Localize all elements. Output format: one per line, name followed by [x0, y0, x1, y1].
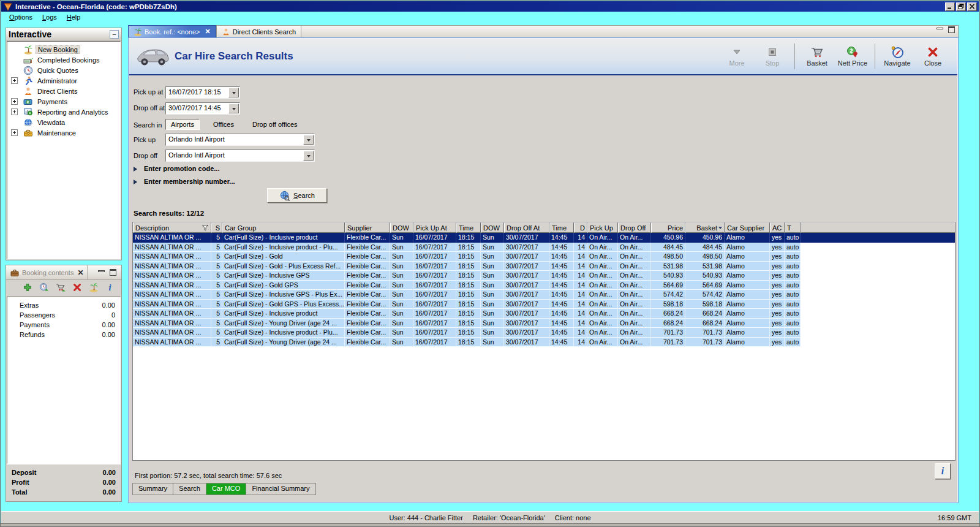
result-row[interactable]: NISSAN ALTIMA OR ...5Car(Full Size) - Go… [133, 300, 955, 309]
expand-icon[interactable] [11, 108, 18, 115]
navigate-button[interactable]: Navigate [881, 46, 913, 67]
funnel-icon[interactable] [202, 224, 209, 232]
sidebar-item-administrator[interactable]: Administrator [7, 75, 120, 86]
result-row[interactable]: NISSAN ALTIMA OR ...5Car(Full Size) - In… [133, 271, 955, 281]
add-to-basket-button[interactable] [56, 282, 66, 294]
result-row[interactable]: NISSAN ALTIMA OR ...5Car(Full Size) - In… [133, 328, 955, 338]
main-minimize-icon[interactable] [937, 28, 943, 29]
membership-number-expander[interactable]: Enter membership number... [134, 178, 235, 185]
sidebar-item-reporting-and-analytics[interactable]: Reporting and Analytics [7, 107, 120, 117]
panel-maximize-icon[interactable] [110, 269, 116, 276]
bottom-tab-search[interactable]: Search [173, 483, 206, 495]
result-row[interactable]: NISSAN ALTIMA OR ...5Car(Full Size) - Go… [133, 252, 955, 262]
sidebar-item-new-booking[interactable]: New Booking [7, 44, 120, 55]
pickup-value: Orlando Intl Airport [166, 134, 303, 145]
bottom-tab-car-mco[interactable]: Car MCO [206, 483, 246, 495]
close-button[interactable]: Close [917, 46, 949, 67]
column-header-dow[interactable]: DOW [390, 222, 413, 233]
info-button[interactable]: i [935, 463, 951, 479]
stop-button[interactable]: Stop [756, 46, 788, 67]
promotion-code-expander[interactable]: Enter promotion code... [134, 165, 219, 172]
more-button[interactable]: More [721, 46, 753, 67]
nett-price-button[interactable]: Nett Price [837, 46, 869, 67]
pickup-at-field[interactable]: 16/07/2017 18:15 [165, 86, 240, 99]
result-row[interactable]: NISSAN ALTIMA OR ...5Car(Full Size) - In… [133, 309, 955, 319]
pickup-field[interactable]: Orlando Intl Airport [165, 134, 315, 146]
result-row[interactable]: NISSAN ALTIMA OR ...5Car(Full Size) - In… [133, 243, 955, 252]
pickup-dropdown-icon[interactable] [303, 135, 314, 145]
search-in-offices[interactable]: Offices [208, 119, 239, 129]
cell-pick-up: On Air... [587, 290, 618, 300]
column-header-car-group[interactable]: Car Group [222, 222, 345, 233]
info-button[interactable]: i [105, 282, 115, 294]
basket-button[interactable]: Basket [801, 46, 833, 67]
close-tab-icon[interactable]: ✕ [205, 28, 211, 36]
sidebar-item-payments[interactable]: Payments [7, 96, 120, 107]
column-header-drop-off[interactable]: Drop Off [618, 222, 651, 233]
column-header-car-supplier[interactable]: Car Supplier [725, 222, 770, 233]
field-label: Extras [20, 301, 102, 309]
booking-button[interactable] [89, 282, 99, 294]
column-header-time[interactable]: Time [456, 222, 481, 233]
close-booking-contents-icon[interactable]: ✕ [77, 268, 83, 277]
pickup-at-dropdown-icon[interactable] [228, 88, 239, 97]
expand-icon[interactable] [11, 77, 18, 84]
close-window-button[interactable] [967, 2, 977, 11]
tab-label: Book. ref.: <none> [145, 28, 200, 36]
sidebar-item-viewdata[interactable]: Viewdata [7, 117, 120, 127]
tab-booking-ref[interactable]: Book. ref.: <none> ✕ [128, 25, 216, 37]
tab-direct-clients-search[interactable]: Direct Clients Search [216, 25, 301, 37]
column-header-d[interactable]: D [574, 222, 587, 233]
cell-s: 5 [211, 262, 222, 271]
column-header-pick-up[interactable]: Pick Up [587, 222, 618, 233]
sidebar-item-label: Quick Quotes [36, 67, 80, 74]
column-header-supplier[interactable]: Supplier [345, 222, 390, 233]
restore-button[interactable] [956, 2, 966, 11]
sidebar-item-completed-bookings[interactable]: Completed Bookings [7, 55, 120, 65]
sidebar-item-direct-clients[interactable]: Direct Clients [7, 86, 120, 96]
dropoff-field[interactable]: Orlando Intl Airport [165, 150, 315, 162]
result-row[interactable]: NISSAN ALTIMA OR ...5Car(Full Size) - Go… [133, 281, 955, 290]
result-row[interactable]: NISSAN ALTIMA OR ...5Car(Full Size) - Yo… [133, 338, 955, 347]
column-header-basket[interactable]: Basket [685, 222, 725, 233]
promotion-code-label: Enter promotion code... [144, 165, 219, 172]
minimize-button[interactable] [945, 2, 955, 11]
collapse-panel-button[interactable]: – [110, 30, 119, 39]
column-header-drop-off-at[interactable]: Drop Off At [504, 222, 549, 233]
bottom-tab-summary[interactable]: Summary [133, 483, 173, 495]
column-header-price[interactable]: Price [651, 222, 685, 233]
refresh-button[interactable] [39, 282, 49, 294]
column-header-pick-up-at[interactable]: Pick Up At [413, 222, 456, 233]
add-item-button[interactable] [23, 282, 32, 294]
booking-contents-tab[interactable]: Booking contents ✕ [6, 265, 88, 279]
result-row[interactable]: NISSAN ALTIMA OR ...5Car(Full Size) - In… [133, 233, 955, 243]
dropoff-dropdown-icon[interactable] [303, 151, 314, 161]
column-header-description[interactable]: Description [133, 222, 211, 233]
menu-help[interactable]: Help [62, 13, 85, 21]
expand-icon[interactable] [11, 98, 18, 105]
result-row[interactable]: NISSAN ALTIMA OR ...5Car(Full Size) - In… [133, 290, 955, 300]
dropoff-at-field[interactable]: 30/07/2017 14:45 [165, 102, 240, 115]
panel-minimize-icon[interactable] [98, 270, 105, 272]
result-row[interactable]: NISSAN ALTIMA OR ...5Car(Full Size) - Yo… [133, 319, 955, 328]
column-header-t[interactable]: T [785, 222, 801, 233]
main-maximize-icon[interactable] [948, 26, 955, 33]
delete-button[interactable] [72, 282, 82, 294]
dropoff-at-value: 30/07/2017 14:45 [166, 103, 228, 114]
dropoff-at-dropdown-icon[interactable] [228, 104, 239, 113]
menu-options[interactable]: Options [5, 13, 37, 21]
report-icon [23, 107, 33, 117]
sidebar-item-maintenance[interactable]: Maintenance [7, 127, 120, 138]
search-button[interactable]: Search [267, 188, 327, 203]
menu-logs[interactable]: Logs [38, 13, 61, 21]
column-header-ac[interactable]: AC [770, 222, 785, 233]
result-row[interactable]: NISSAN ALTIMA OR ...5Car(Full Size) - Go… [133, 262, 955, 271]
expand-icon[interactable] [11, 129, 18, 136]
column-header-s[interactable]: S [211, 222, 222, 233]
sidebar-item-quick-quotes[interactable]: Quick Quotes [7, 65, 120, 75]
column-header-dow[interactable]: DOW [481, 222, 504, 233]
search-in-airports[interactable]: Airports [165, 119, 200, 130]
bottom-tab-financial-summary[interactable]: Financial Summary [246, 483, 315, 495]
column-header-time[interactable]: Time [549, 222, 574, 233]
search-in-drop-off-offices[interactable]: Drop off offices [247, 119, 303, 129]
